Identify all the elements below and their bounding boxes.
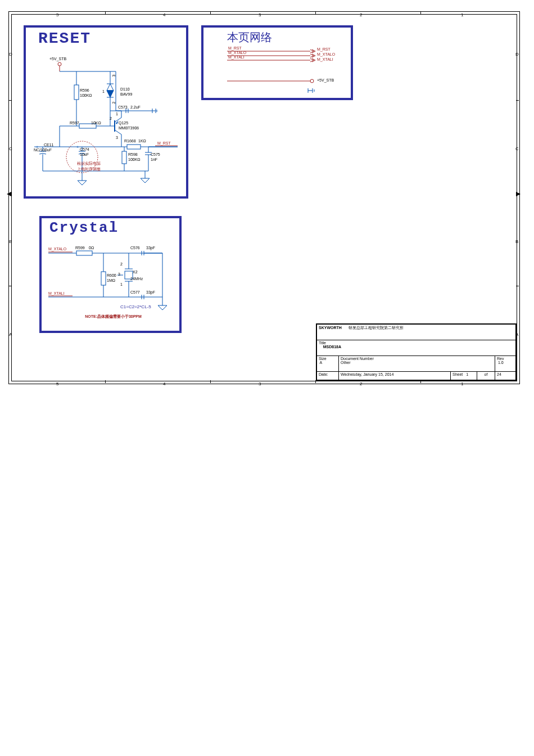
ce11-val: NC/100uF [34, 148, 52, 152]
col-3-bot: 3 [259, 381, 261, 386]
tb-sheet-label: Sheet [452, 372, 463, 376]
tb-size-label: Size [319, 357, 327, 361]
r1668-val: 1KΩ [138, 139, 146, 143]
svg-rect-73 [76, 251, 92, 255]
reset-power: +5V_STB [49, 57, 66, 61]
row-a-l: A [9, 332, 12, 337]
tb-of: of [485, 372, 488, 376]
row-b-r: B [515, 239, 518, 244]
c576-ref: C576 [130, 246, 140, 250]
d110-pin2: 2 [112, 102, 116, 104]
svg-marker-90 [158, 305, 167, 310]
svg-marker-62 [141, 178, 150, 183]
reset-box: RESET [24, 25, 188, 199]
q125-val: MMBT3906 [119, 126, 139, 130]
r600-val: 1MΩ [107, 278, 115, 282]
svg-text:+: + [76, 145, 79, 149]
svg-rect-51 [127, 145, 141, 149]
svg-marker-12 [107, 91, 114, 97]
r1668-ref: R1668 [124, 139, 136, 143]
row-c-l: C [9, 146, 12, 151]
row-b-l: B [9, 239, 12, 244]
x2-p1: 1 [120, 282, 123, 286]
svg-marker-1 [516, 192, 521, 196]
c575-ref: C575 [151, 152, 160, 156]
c574-ref: C574 [80, 147, 89, 151]
col-2-bot: 2 [360, 381, 362, 386]
svg-point-67 [310, 79, 314, 83]
nb-r0: M_RST [317, 47, 331, 51]
col-2-top: 2 [360, 12, 362, 17]
r600-ref: R600 [107, 273, 116, 277]
c577-ref: C577 [130, 290, 140, 294]
ce11-ref: CE11 [44, 143, 54, 147]
col-5-bot: 5 [56, 381, 58, 386]
svg-rect-49 [122, 151, 126, 164]
x2-p3: 3 [118, 272, 120, 276]
tb-sheet: 1 [466, 372, 468, 376]
nb-pwr: +5V_STB [317, 78, 334, 82]
col-1-top: 1 [461, 12, 463, 17]
crystal-neti: M_XTALI [48, 291, 65, 295]
svg-marker-60 [78, 181, 87, 185]
r598-val: 100KΩ [128, 158, 141, 161]
tb-title: MSD818A [323, 345, 341, 349]
reset-note: 根据实际电源 上电时序调整 [66, 161, 111, 172]
tb-doc: Other [341, 361, 351, 364]
c574-val: 10uF [80, 152, 89, 156]
tb-date: Wednesday, January 15, 2014 [341, 372, 393, 376]
row-d-l: D [9, 52, 12, 57]
tb-rev-label: Rev [497, 357, 504, 361]
d110-pin1: 1 [102, 89, 105, 93]
r596-ref: R596 [80, 88, 89, 92]
x2-p2: 2 [120, 262, 123, 266]
row-c-r: C [515, 146, 519, 151]
d110-pin3: 3 [112, 75, 116, 77]
tb-date-label: Date: [319, 372, 328, 376]
q125-ref: Q125 [119, 121, 128, 125]
c573-val: 2.2uF [130, 105, 141, 109]
nb-r2: M_XTALI [317, 57, 333, 61]
tb-size: A [320, 361, 323, 364]
r598-ref: R598 [128, 152, 138, 156]
col-5-top: 5 [56, 12, 58, 17]
nb-r1: M_XTALO [317, 52, 335, 56]
col-4-top: 4 [163, 12, 165, 17]
svg-rect-75 [101, 272, 106, 285]
x2-val: 24MHz [130, 277, 143, 281]
col-1-bot: 1 [461, 381, 463, 386]
crystal-note: NOTE:晶体频偏需要小于30PPM [64, 314, 162, 320]
row-d-r: D [515, 52, 519, 57]
c577-val: 33pF [146, 290, 155, 294]
r596-val: 100KΩ [80, 93, 92, 97]
tb-title-label: Title [319, 341, 326, 345]
netbox-svg [203, 28, 351, 98]
q125-p1: 1 [116, 112, 118, 116]
crystal-eqn: C1=C2=2*CL-5 [120, 304, 151, 309]
r599-ref: R599 [75, 246, 85, 250]
svg-rect-6 [74, 85, 79, 100]
r599-val: 0Ω [89, 246, 94, 250]
col-3-top: 3 [259, 12, 261, 17]
d110-ref: D110 [120, 87, 130, 91]
tb-rev: 1.0 [498, 361, 504, 364]
q125-p2: 2 [110, 116, 112, 120]
x2-ref: X2 [133, 270, 138, 274]
nb-l0: M_RST [228, 46, 242, 50]
c575-val: 1nF [151, 158, 157, 161]
tb-total: 24 [497, 372, 501, 376]
tb-dept: 研发总部工程研究院第二研究所 [349, 326, 404, 330]
arrow-left-icon [7, 191, 12, 197]
svg-marker-10 [107, 84, 114, 91]
nb-l1: M_XTALO [228, 51, 246, 55]
crystal-neto: M_XTALO [48, 247, 66, 251]
reset-net-mrst: M_RST [157, 141, 171, 145]
r597-val: 10KΩ [91, 121, 101, 125]
svg-point-3 [58, 62, 61, 66]
title-block: SKYWORTH 研发总部工程研究院第二研究所 Title MSD818A Si… [316, 323, 517, 381]
r597-ref: R597 [70, 121, 79, 125]
q125-p3: 3 [116, 136, 118, 140]
tb-company: SKYWORTH [319, 326, 342, 330]
c576-val: 33pF [146, 246, 155, 250]
c573-ref: C573 [118, 105, 128, 109]
